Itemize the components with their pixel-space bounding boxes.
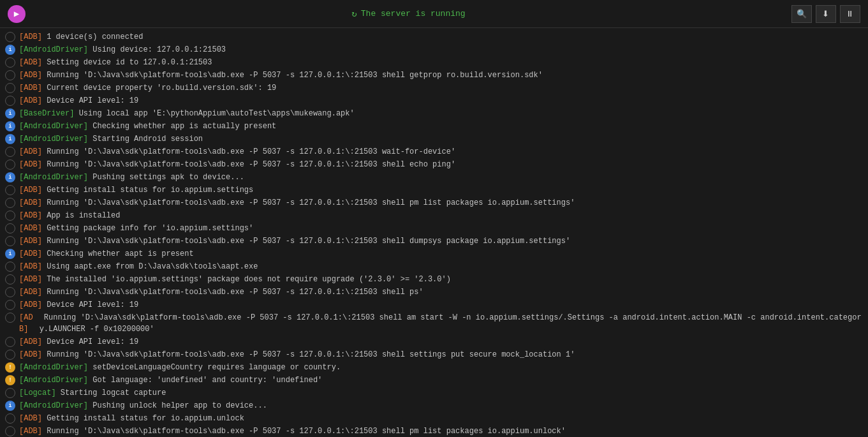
header-left: ▶: [8, 5, 26, 23]
log-tag: [ADB]: [19, 261, 42, 272]
log-tag: [ADB]: [19, 413, 42, 424]
log-line: [ADB] Running 'D:\Java\sdk\platform-tool…: [0, 348, 868, 361]
log-text: Current device property 'ro.build.versio…: [42, 82, 276, 94]
log-level-icon: [5, 350, 15, 360]
log-line: [ADB] Running 'D:\Java\sdk\platform-tool…: [0, 286, 868, 299]
log-level-icon: [5, 96, 15, 106]
log-tag: [ADB]: [19, 223, 42, 234]
log-tag: [BaseDriver]: [19, 108, 74, 119]
log-level-icon: !: [5, 362, 15, 373]
log-level-icon: [5, 83, 15, 93]
log-level-icon: [5, 274, 15, 285]
log-tag: [ADB]: [19, 82, 42, 94]
search-icon: 🔍: [797, 9, 807, 19]
log-tag: [ADB]: [19, 248, 42, 260]
log-text: The installed 'io.appium.settings' packa…: [42, 274, 451, 285]
log-tag: [ADB]: [19, 57, 42, 68]
log-text: Getting install status for io.appium.unl…: [42, 413, 244, 424]
log-level-icon: [5, 287, 15, 297]
log-line: [ADB] Running 'D:\Java\sdk\platform-tool…: [0, 158, 868, 171]
log-tag: [ADB]: [19, 146, 42, 158]
log-level-icon: [5, 32, 15, 42]
log-line: [ADB] Getting package info for 'io.appiu…: [0, 222, 868, 235]
log-level-icon: [5, 185, 15, 195]
log-tag: [ADB]: [19, 426, 42, 437]
log-text: Running 'D:\Java\sdk\platform-tools\adb.…: [42, 70, 543, 81]
server-status-text: The server is running: [361, 9, 466, 19]
log-text: Using device: 127.0.0.1:21503: [88, 44, 226, 56]
log-text: Running 'D:\Java\sdk\platform-tools\adb.…: [42, 286, 423, 298]
log-line: [ADB] Device API level: 19: [0, 299, 868, 311]
log-line: [ADB] The installed 'io.appium.settings'…: [0, 273, 868, 286]
log-line: [ADB] Running 'D:\Java\sdk\platform-tool…: [0, 425, 868, 437]
log-line: [ADB] App is installed: [0, 209, 868, 222]
log-level-icon: [5, 198, 15, 208]
log-tag: [ADB]: [19, 349, 42, 360]
log-tag: [ADB]: [19, 235, 42, 247]
header-right: 🔍 ⬇ ⏸: [791, 5, 860, 23]
log-level-icon: !: [5, 375, 15, 385]
log-tag: [ADB]: [19, 197, 42, 209]
log-text: Running 'D:\Java\sdk\platform-tools\adb.…: [42, 349, 575, 360]
log-tag: [ADB]: [19, 274, 42, 285]
log-text: Using aapt.exe from D:\Java\sdk\tools\aa…: [42, 261, 258, 272]
log-level-icon: [5, 147, 15, 157]
log-text: Starting Android session: [88, 133, 203, 145]
log-line: i[ADB] Checking whether aapt is present: [0, 248, 868, 260]
log-tag: [AndroidDriver]: [19, 121, 88, 132]
pause-button[interactable]: ⏸: [840, 5, 860, 23]
log-line: [ADB] 1 device(s) connected: [0, 31, 868, 43]
log-text: Getting install status for io.appium.set…: [42, 184, 253, 196]
log-text: setDeviceLanguageCountry requires langua…: [88, 362, 341, 373]
log-tag: [AndroidDriver]: [19, 374, 88, 386]
search-button[interactable]: 🔍: [791, 5, 812, 23]
log-text: Device API level: 19: [42, 95, 138, 107]
log-tag: [ADB]: [19, 70, 42, 81]
log-line: [ADB] Using aapt.exe from D:\Java\sdk\to…: [0, 260, 868, 273]
log-level-icon: i: [5, 108, 15, 119]
log-text: Running 'D:\Java\sdk\platform-tools\adb.…: [42, 159, 455, 170]
log-tag: [AndroidDriver]: [19, 400, 88, 411]
log-line: [ADB] Running 'D:\Java\sdk\platform-tool…: [0, 145, 868, 158]
log-tag: [AndroidDriver]: [19, 133, 88, 145]
log-text: Starting logcat capture: [56, 387, 166, 399]
download-icon: ⬇: [822, 9, 829, 19]
log-line: [Logcat] Starting logcat capture: [0, 387, 868, 399]
log-level-icon: [5, 337, 15, 347]
log-line: [ADB] Setting device id to 127.0.0.1:215…: [0, 56, 868, 69]
log-level-icon: i: [5, 172, 15, 182]
log-line: [ADB] Running 'D:\Java\sdk\platform-tool…: [0, 196, 868, 209]
log-tag: [ADB]: [19, 31, 42, 43]
log-level-icon: [5, 388, 15, 398]
log-tag: [AndroidDriver]: [19, 172, 88, 183]
log-line: i[BaseDriver] Using local app 'E:\python…: [0, 107, 868, 120]
log-level-icon: i: [5, 121, 15, 131]
log-line: i[AndroidDriver] Starting Android sessio…: [0, 133, 868, 145]
log-tag: [Logcat]: [19, 387, 56, 399]
header: ▶ ↻ The server is running 🔍 ⬇ ⏸: [0, 0, 868, 28]
log-tag: [ADB]: [19, 299, 42, 311]
log-tag: [ADB]: [19, 336, 42, 348]
log-level-icon: i: [5, 249, 15, 259]
log-tag: [ADB]: [19, 184, 42, 196]
download-button[interactable]: ⬇: [816, 5, 836, 23]
log-line: [ADB] Running 'D:\Java\sdk\platform-tool…: [0, 311, 868, 336]
log-text: Running 'D:\Java\sdk\platform-tools\adb.…: [42, 146, 455, 158]
log-level-icon: [5, 57, 15, 68]
log-line: [ADB] Getting install status for io.appi…: [0, 412, 868, 425]
log-tag: [ADB]: [19, 95, 42, 107]
log-text: Running 'D:\Java\sdk\platform-tools\adb.…: [42, 235, 570, 247]
log-text: Checking whether aapt is present: [42, 248, 194, 260]
log-tag: [ADB]: [19, 286, 42, 298]
log-text: Setting device id to 127.0.0.1:21503: [42, 57, 212, 68]
log-level-icon: [5, 413, 15, 424]
log-line: ![AndroidDriver] setDeviceLanguageCountr…: [0, 361, 868, 374]
log-tag: [AndroidDriver]: [19, 44, 88, 56]
log-level-icon: i: [5, 401, 15, 411]
log-level-icon: [5, 223, 15, 233]
log-line: i[AndroidDriver] Checking whether app is…: [0, 120, 868, 133]
log-text: 1 device(s) connected: [42, 31, 143, 43]
log-text: Pushing unlock helper app to device...: [88, 400, 267, 411]
log-level-icon: [5, 70, 15, 80]
log-text: Running 'D:\Java\sdk\platform-tools\adb.…: [40, 312, 863, 335]
